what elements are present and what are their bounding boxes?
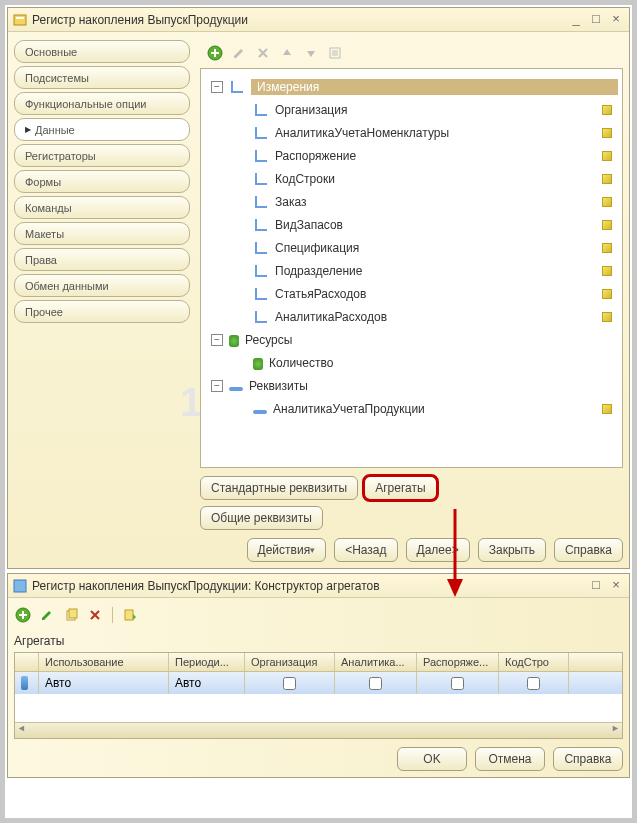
svg-rect-0 xyxy=(14,15,26,25)
collapse-icon[interactable]: − xyxy=(211,380,223,392)
common-attributes-button[interactable]: Общие реквизиты xyxy=(200,506,323,530)
horizontal-scrollbar[interactable] xyxy=(15,722,622,738)
col-analytics[interactable]: Аналитика... xyxy=(335,653,417,671)
build-button[interactable] xyxy=(121,606,139,624)
dimension-icon xyxy=(253,309,269,325)
col-org[interactable]: Организация xyxy=(245,653,335,671)
collapse-icon[interactable]: − xyxy=(211,81,223,93)
dimension-icon xyxy=(253,125,269,141)
analytics-checkbox[interactable] xyxy=(369,677,382,690)
dimensions-icon xyxy=(229,79,245,95)
actions-button[interactable]: Действия xyxy=(247,538,327,562)
help-button[interactable]: Справка xyxy=(553,747,623,771)
close-button[interactable]: × xyxy=(607,578,625,594)
tab-funcoptions[interactable]: Функциональные опции xyxy=(14,92,190,115)
tree-item[interactable]: Заказ xyxy=(205,190,618,213)
minimize-button[interactable]: _ xyxy=(567,12,585,28)
cube-icon xyxy=(602,220,612,230)
tab-data[interactable]: Данные xyxy=(14,118,190,141)
tree-item[interactable]: Подразделение xyxy=(205,259,618,282)
ok-button[interactable]: OK xyxy=(397,747,467,771)
tree-item[interactable]: Распоряжение xyxy=(205,144,618,167)
tab-rights[interactable]: Права xyxy=(14,248,190,271)
dimension-icon xyxy=(253,194,269,210)
tree-node-resources[interactable]: − Ресурсы xyxy=(205,328,618,351)
attributes-icon xyxy=(229,387,243,391)
cell-usage[interactable]: Авто xyxy=(39,672,169,694)
tree-item[interactable]: СтатьяРасходов xyxy=(205,282,618,305)
col-order[interactable]: Распоряже... xyxy=(417,653,499,671)
close-button[interactable]: Закрыть xyxy=(478,538,546,562)
col-icon[interactable] xyxy=(15,653,39,671)
tree-item[interactable]: АналитикаУчетаНоменклатуры xyxy=(205,121,618,144)
tab-recorders[interactable]: Регистраторы xyxy=(14,144,190,167)
tab-subsystems[interactable]: Подсистемы xyxy=(14,66,190,89)
cell-order[interactable] xyxy=(417,672,499,694)
tree-item[interactable]: КодСтроки xyxy=(205,167,618,190)
tab-main[interactable]: Основные xyxy=(14,40,190,63)
std-attributes-button[interactable]: Стандартные реквизиты xyxy=(200,476,358,500)
maximize-button[interactable]: □ xyxy=(587,12,605,28)
cell-analytics[interactable] xyxy=(335,672,417,694)
tab-templates[interactable]: Макеты xyxy=(14,222,190,245)
edit-button[interactable] xyxy=(230,44,248,62)
svg-rect-10 xyxy=(125,610,133,620)
aggregates-button[interactable]: Агрегаты xyxy=(364,476,436,500)
cube-icon xyxy=(602,289,612,299)
move-up-button[interactable] xyxy=(278,44,296,62)
col-usage[interactable]: Использование xyxy=(39,653,169,671)
config-window: Регистр накопления ВыпускПродукции _ □ ×… xyxy=(7,7,630,569)
cancel-button[interactable]: Отмена xyxy=(475,747,545,771)
aggregates-grid: Использование Периоди... Организация Ана… xyxy=(14,652,623,739)
move-down-button[interactable] xyxy=(302,44,320,62)
tree-item[interactable]: Организация xyxy=(205,98,618,121)
dimension-icon xyxy=(253,263,269,279)
copy-button[interactable] xyxy=(62,606,80,624)
col-period[interactable]: Периоди... xyxy=(169,653,245,671)
tree-panel: − Измерения Организация АналитикаУчетаНо… xyxy=(200,68,623,468)
aggregates-window: Регистр накопления ВыпускПродукции: Конс… xyxy=(7,573,630,778)
org-checkbox[interactable] xyxy=(283,677,296,690)
delete-button[interactable] xyxy=(254,44,272,62)
collapse-icon[interactable]: − xyxy=(211,334,223,346)
tree-item[interactable]: АналитикаУчетаПродукции xyxy=(205,397,618,420)
cell-org[interactable] xyxy=(245,672,335,694)
maximize-button[interactable]: □ xyxy=(587,578,605,594)
add-button[interactable] xyxy=(206,44,224,62)
cube-icon xyxy=(602,266,612,276)
cube-icon xyxy=(602,404,612,414)
tree-node-dimensions[interactable]: − Измерения xyxy=(205,75,618,98)
codestr-checkbox[interactable] xyxy=(527,677,540,690)
tree-item[interactable]: АналитикаРасходов xyxy=(205,305,618,328)
tree-node-attributes[interactable]: − Реквизиты xyxy=(205,374,618,397)
tab-exchange[interactable]: Обмен данными xyxy=(14,274,190,297)
properties-button[interactable] xyxy=(326,44,344,62)
wizard-footer: Действия <Назад Далее> Закрыть Справка xyxy=(14,538,623,562)
grid-row[interactable]: Авто Авто xyxy=(15,672,622,694)
tree-item[interactable]: Спецификация xyxy=(205,236,618,259)
tab-other[interactable]: Прочее xyxy=(14,300,190,323)
next-button[interactable]: Далее> xyxy=(406,538,470,562)
tree-label: Измерения xyxy=(251,79,618,95)
delete-button[interactable] xyxy=(86,606,104,624)
cell-period[interactable]: Авто xyxy=(169,672,245,694)
grid-empty-area xyxy=(15,694,622,722)
aggregates-toolbar xyxy=(14,604,623,630)
titlebar: Регистр накопления ВыпускПродукции: Конс… xyxy=(8,574,629,598)
cell-codestr[interactable] xyxy=(499,672,569,694)
titlebar: Регистр накопления ВыпускПродукции _ □ × xyxy=(8,8,629,32)
order-checkbox[interactable] xyxy=(451,677,464,690)
add-button[interactable] xyxy=(14,606,32,624)
data-panel: − Измерения Организация АналитикаУчетаНо… xyxy=(200,40,623,530)
tab-commands[interactable]: Команды xyxy=(14,196,190,219)
cube-icon xyxy=(602,174,612,184)
help-button[interactable]: Справка xyxy=(554,538,623,562)
edit-button[interactable] xyxy=(38,606,56,624)
tab-forms[interactable]: Формы xyxy=(14,170,190,193)
col-codestr[interactable]: КодСтро xyxy=(499,653,569,671)
tree-item[interactable]: Количество xyxy=(205,351,618,374)
svg-rect-6 xyxy=(14,580,26,592)
back-button[interactable]: <Назад xyxy=(334,538,397,562)
close-button[interactable]: × xyxy=(607,12,625,28)
tree-item[interactable]: ВидЗапасов xyxy=(205,213,618,236)
